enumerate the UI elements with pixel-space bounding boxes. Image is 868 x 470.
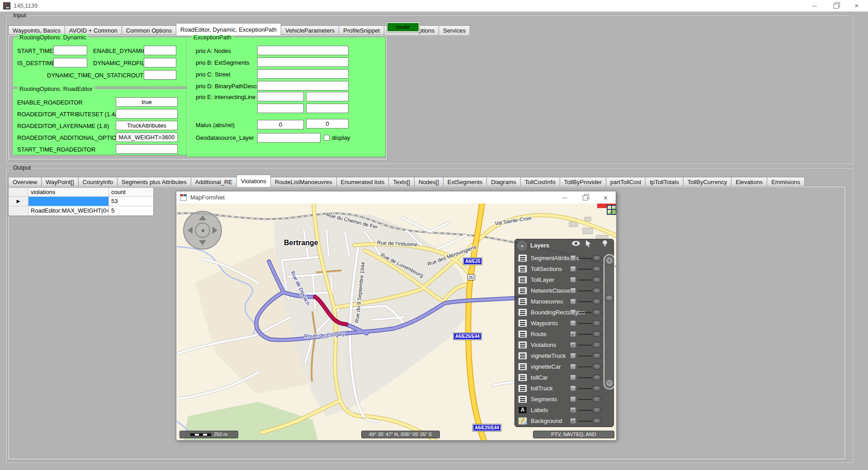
tab-tptolltotals[interactable]: tpTollTotals <box>645 177 683 187</box>
opacity-slider-knob[interactable] <box>592 309 602 315</box>
layer-checkbox[interactable] <box>570 353 576 359</box>
zoom-out-button[interactable]: − <box>606 380 613 387</box>
roadeditor-attributeset-input[interactable] <box>116 109 178 119</box>
grid-cell-violations[interactable] <box>28 197 109 206</box>
layer-checkbox[interactable] <box>570 309 576 315</box>
tab-tollcostinfo[interactable]: TollCostInfo <box>520 177 560 187</box>
layer-checkbox[interactable] <box>570 277 576 283</box>
tab-common-options[interactable]: Common Options <box>122 25 176 35</box>
opacity-slider-knob[interactable] <box>592 418 602 424</box>
zoom-slider-knob[interactable] <box>604 295 614 301</box>
prio-e-input-1[interactable] <box>257 92 304 101</box>
opacity-slider-knob[interactable] <box>592 299 602 304</box>
tab-profilesnippet[interactable]: ProfileSnippet <box>339 25 384 35</box>
geodatasource-input[interactable] <box>257 133 321 142</box>
opacity-slider-knob[interactable] <box>592 353 602 359</box>
layer-row-segmentattributes[interactable]: SegmentAttributes <box>515 253 613 264</box>
grid-header-count[interactable]: count <box>109 188 153 197</box>
prio-c-input[interactable] <box>257 69 349 79</box>
layer-row-violations[interactable]: Violations <box>515 340 613 351</box>
map-minimize-button[interactable] <box>555 191 575 204</box>
grid-corner-cell[interactable] <box>9 188 28 197</box>
pan-down-icon[interactable] <box>199 240 206 245</box>
layer-row-tollsections[interactable]: TollSections <box>515 264 613 275</box>
layer-row-labels[interactable]: Labels <box>515 405 613 416</box>
display-checkbox[interactable] <box>324 135 330 141</box>
opacity-slider-knob[interactable] <box>592 331 602 337</box>
tab-routelistmanoeuvres[interactable]: RouteListManoeuvres <box>270 177 336 187</box>
layer-checkbox[interactable] <box>570 299 576 304</box>
tab-enumerated-lists[interactable]: Enumerated lists <box>336 177 389 187</box>
layer-row-waypoints[interactable]: Waypoints <box>515 318 613 329</box>
map-maximize-button[interactable] <box>575 191 595 204</box>
opacity-slider-knob[interactable] <box>592 364 602 370</box>
layer-row-vignettetruck[interactable]: vignetteTruck <box>515 351 613 361</box>
layer-row-route[interactable]: Route <box>515 329 613 340</box>
map-canvas[interactable]: Bertrange Rue du Chemin de Fer Rue de l'… <box>177 204 616 440</box>
prio-d-input[interactable] <box>257 81 349 90</box>
prio-a-input[interactable] <box>257 46 349 55</box>
layer-checkbox[interactable] <box>570 385 576 391</box>
layer-checkbox[interactable] <box>570 331 576 337</box>
map-close-button[interactable] <box>595 191 616 204</box>
tab-tollbycurrency[interactable]: TollByCurrency <box>683 177 731 187</box>
layer-row-vignettecar[interactable]: vignetteCar <box>515 361 613 372</box>
opacity-slider-knob[interactable] <box>592 385 602 391</box>
tab-nodes[interactable]: Nodes[] <box>414 177 443 187</box>
start-time-input[interactable] <box>53 46 87 55</box>
pan-center-dot[interactable] <box>202 229 204 232</box>
layer-row-networkclasses[interactable]: NetworkClasses <box>515 285 613 296</box>
layer-checkbox[interactable] <box>570 320 576 326</box>
prio-e-input-4[interactable] <box>306 104 349 113</box>
is-desttime-input[interactable] <box>53 58 87 67</box>
pan-control[interactable] <box>183 211 222 250</box>
tab-violations[interactable]: Violations <box>236 175 271 187</box>
grid-row-selector[interactable] <box>9 206 28 216</box>
tab-additional-re[interactable]: Additional_RE <box>191 177 237 187</box>
malus-abs-input[interactable] <box>257 120 304 129</box>
grid-cell-violations[interactable]: RoadEditor:MAX_WEIGHT|0=3500 <box>28 206 109 216</box>
overview-map-button[interactable] <box>607 205 616 215</box>
collapse-panel-button[interactable]: ▲ <box>518 241 527 250</box>
tab-texts[interactable]: Texts[] <box>388 177 415 187</box>
pan-right-icon[interactable] <box>212 227 217 234</box>
layer-row-tollcar[interactable]: tollCar <box>515 372 613 383</box>
roadeditor-layername-input[interactable] <box>116 121 178 130</box>
tab-tollbyprovider[interactable]: TollByProvider <box>560 177 606 187</box>
visibility-eye-icon[interactable] <box>571 239 581 247</box>
roadeditor-additional-options-input[interactable] <box>116 133 178 142</box>
select-cursor-icon[interactable] <box>584 239 594 247</box>
layer-checkbox[interactable] <box>570 266 576 272</box>
layer-checkbox[interactable] <box>570 342 576 348</box>
layer-row-boundingrectangles[interactable]: BoundingRectangles <box>515 307 613 318</box>
opacity-slider-knob[interactable] <box>592 288 602 294</box>
layer-checkbox[interactable] <box>570 255 576 261</box>
tab-elevations[interactable]: Elevations <box>731 177 767 187</box>
tab-segments-plus-attributes[interactable]: Segments plus Attributes <box>117 177 191 187</box>
table-row[interactable]: RoadEditor:MAX_WEIGHT|0=3500 5 <box>9 206 153 216</box>
tab-emmisions[interactable]: Emmisions <box>767 177 805 187</box>
layer-checkbox[interactable] <box>570 364 576 370</box>
opacity-slider-knob[interactable] <box>592 255 602 261</box>
opacity-slider-knob[interactable] <box>592 320 602 326</box>
map-window-titlebar[interactable]: MapFormNet <box>176 191 616 204</box>
layer-row-manoeuvres[interactable]: Manoeuvres <box>515 296 613 307</box>
prio-e-input-2[interactable] <box>306 92 349 101</box>
layer-row-background[interactable]: Background <box>515 416 613 427</box>
opacity-slider-knob[interactable] <box>592 266 602 272</box>
tab-overview[interactable]: Overview <box>8 177 42 187</box>
layer-checkbox[interactable] <box>570 418 576 424</box>
dynamic-profile-input[interactable] <box>144 58 176 67</box>
tab-countryinfo[interactable]: CountryInfo <box>78 177 118 187</box>
malus-rel-input[interactable] <box>306 119 349 128</box>
layer-row-tolltruck[interactable]: tollTruck <box>515 383 613 394</box>
grid-cell-count[interactable]: 5 <box>109 206 153 216</box>
opacity-slider-knob[interactable] <box>592 342 602 348</box>
enable-roadeditor-input[interactable] <box>116 97 178 107</box>
restore-button[interactable] <box>826 0 846 12</box>
lightbulb-icon[interactable] <box>600 239 610 247</box>
tab-roadeditor-dynamic-exceptionpath[interactable]: RoadEditor, Dynamic, ExceptionPath <box>176 23 281 35</box>
layer-checkbox[interactable] <box>570 375 576 380</box>
table-row[interactable]: ▶ 53 <box>9 197 153 206</box>
tab-waypoint[interactable]: WayPoint[] <box>41 177 78 187</box>
